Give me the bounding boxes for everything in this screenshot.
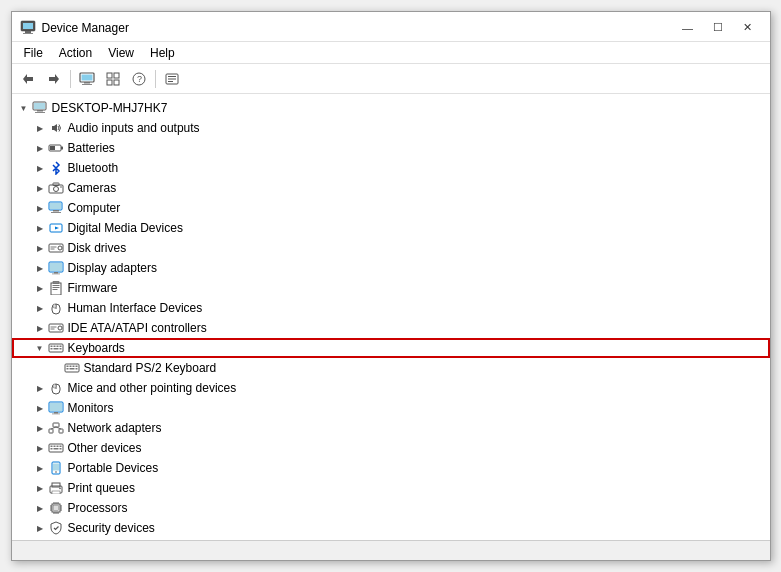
svg-rect-90 [59, 446, 61, 448]
item-label: Keyboards [68, 341, 125, 355]
svg-point-31 [60, 186, 62, 188]
svg-rect-18 [168, 78, 176, 79]
tree-item[interactable]: ▶Other devices [12, 438, 770, 458]
close-button[interactable]: ✕ [734, 18, 762, 38]
maximize-button[interactable]: ☐ [704, 18, 732, 38]
root-expander[interactable] [16, 100, 32, 116]
svg-rect-48 [52, 287, 59, 288]
tree-item[interactable]: ▶Portable Devices [12, 458, 770, 478]
item-icon [48, 500, 64, 516]
tree-expander[interactable]: ▶ [32, 220, 48, 236]
svg-marker-5 [49, 74, 59, 84]
svg-marker-37 [55, 227, 59, 230]
svg-point-39 [58, 246, 62, 250]
tree-item[interactable]: ▶Display adapters [12, 258, 770, 278]
tree-item[interactable]: ▶Firmware [12, 278, 770, 298]
svg-rect-102 [53, 506, 58, 511]
tree-expander[interactable]: ▼ [32, 340, 48, 356]
tree-expander[interactable]: ▶ [32, 320, 48, 336]
tree-item[interactable]: ▶Mice and other pointing devices [12, 378, 770, 398]
svg-rect-87 [50, 446, 52, 448]
svg-rect-93 [59, 448, 61, 450]
menu-view[interactable]: View [100, 44, 142, 62]
svg-rect-10 [107, 73, 112, 78]
item-label: Other devices [68, 441, 142, 455]
status-bar [12, 540, 770, 560]
window-controls: — ☐ ✕ [674, 18, 762, 38]
svg-marker-4 [23, 74, 33, 84]
menu-help[interactable]: Help [142, 44, 183, 62]
tree-item[interactable]: ▶Batteries [12, 138, 770, 158]
item-icon [48, 260, 64, 276]
item-label: IDE ATA/ATAPI controllers [68, 321, 207, 335]
back-button[interactable] [16, 68, 40, 90]
svg-rect-79 [54, 412, 58, 414]
item-icon [48, 120, 64, 136]
item-icon [48, 520, 64, 536]
tree-item[interactable]: ▶Print queues [12, 478, 770, 498]
svg-rect-7 [81, 74, 92, 80]
help-button[interactable]: ? [127, 68, 151, 90]
tree-expander[interactable]: ▶ [32, 400, 48, 416]
tree-expander[interactable]: ▶ [32, 480, 48, 496]
tree-item[interactable]: ▶Bluetooth [12, 158, 770, 178]
tree-expander[interactable]: ▶ [32, 240, 48, 256]
svg-rect-53 [53, 304, 56, 308]
tree-item[interactable]: ▼Keyboards [12, 338, 770, 358]
tree-expander[interactable]: ▶ [32, 160, 48, 176]
minimize-button[interactable]: — [674, 18, 702, 38]
tree-item[interactable]: ▶Computer [12, 198, 770, 218]
menu-file[interactable]: File [16, 44, 51, 62]
item-icon [48, 440, 64, 456]
tree-expander[interactable] [48, 360, 64, 376]
tree-item[interactable]: ▶Cameras [12, 178, 770, 198]
tree-expander[interactable]: ▶ [32, 140, 48, 156]
svg-rect-68 [69, 366, 71, 368]
item-label: Audio inputs and outputs [68, 121, 200, 135]
grid-icon [106, 72, 120, 86]
properties-button[interactable] [160, 68, 184, 90]
tree-expander[interactable]: ▶ [32, 180, 48, 196]
tree-expander[interactable]: ▶ [32, 120, 48, 136]
tree-item[interactable]: ▶Audio inputs and outputs [12, 118, 770, 138]
tree-item[interactable]: Standard PS/2 Keyboard [12, 358, 770, 378]
svg-rect-43 [50, 263, 62, 271]
tree-expander[interactable]: ▶ [32, 200, 48, 216]
svg-rect-78 [50, 403, 62, 411]
grid-button[interactable] [101, 68, 125, 90]
tree-expander[interactable]: ▶ [32, 500, 48, 516]
svg-point-96 [55, 471, 57, 473]
tree-root[interactable]: DESKTOP-MHJ7HK7 [12, 98, 770, 118]
tree-panel[interactable]: DESKTOP-MHJ7HK7 ▶Audio inputs and output… [12, 94, 770, 540]
tree-item[interactable]: ▶IDE ATA/ATAPI controllers [12, 318, 770, 338]
svg-rect-44 [54, 272, 58, 274]
svg-rect-72 [69, 368, 74, 370]
tree-item[interactable]: ▶Digital Media Devices [12, 218, 770, 238]
item-label: Mice and other pointing devices [68, 381, 237, 395]
computer-button[interactable] [75, 68, 99, 90]
svg-rect-89 [56, 446, 58, 448]
item-label: Computer [68, 201, 121, 215]
tree-expander[interactable]: ▶ [32, 460, 48, 476]
tree-expander[interactable]: ▶ [32, 300, 48, 316]
tree-expander[interactable]: ▶ [32, 420, 48, 436]
tree-expander[interactable]: ▶ [32, 520, 48, 536]
item-icon [48, 280, 64, 296]
tree-item[interactable]: ▶Human Interface Devices [12, 298, 770, 318]
tree-item[interactable]: ▶Security devices [12, 518, 770, 538]
forward-button[interactable] [42, 68, 66, 90]
svg-rect-19 [168, 81, 173, 82]
tree-item[interactable]: ▶Network adapters [12, 418, 770, 438]
tree-item[interactable]: ▶Monitors [12, 398, 770, 418]
svg-rect-59 [50, 346, 52, 348]
tree-item[interactable]: ▶Disk drives [12, 238, 770, 258]
svg-rect-30 [53, 183, 59, 186]
menu-action[interactable]: Action [51, 44, 100, 62]
tree-expander[interactable]: ▶ [32, 440, 48, 456]
svg-rect-13 [114, 80, 119, 85]
tree-item[interactable]: ▶Processors [12, 498, 770, 518]
tree-expander[interactable]: ▶ [32, 380, 48, 396]
tree-expander[interactable]: ▶ [32, 280, 48, 296]
item-icon [48, 200, 64, 216]
tree-expander[interactable]: ▶ [32, 260, 48, 276]
